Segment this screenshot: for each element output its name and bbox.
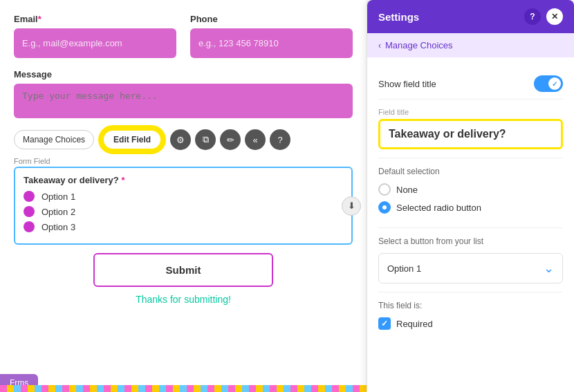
- manage-choices-button[interactable]: Manage Choices: [14, 130, 94, 149]
- show-field-title-toggle[interactable]: ✓: [534, 75, 563, 92]
- show-field-title-label: Show field title: [378, 79, 436, 89]
- field-title-box[interactable]: Takeaway or delivery?: [378, 119, 563, 149]
- toolbar-row: Manage Choices Edit Field ⚙ ⧉ ✏ « ?: [14, 125, 353, 154]
- download-icon-btn[interactable]: ⬇: [342, 196, 361, 216]
- copy-icon-btn[interactable]: ⧉: [195, 129, 216, 150]
- required-section: This field is: ✓ Required: [378, 292, 563, 338]
- message-textarea[interactable]: [14, 84, 353, 118]
- field-title-value: Takeaway or delivery?: [389, 128, 553, 140]
- none-radio-circle: [378, 183, 391, 196]
- settings-header: Settings ? ✕: [367, 0, 574, 33]
- email-input[interactable]: [14, 28, 176, 58]
- submit-button[interactable]: Submit: [93, 253, 273, 287]
- radio-dot-3: [24, 221, 35, 232]
- default-selection-section: Default selection None Selected radio bu…: [378, 158, 563, 228]
- breadcrumb-label: Manage Choices: [385, 40, 453, 50]
- field-title-section: Field title Takeaway or delivery?: [378, 100, 563, 158]
- radio-group-container: Takeaway or delivery? * Option 1 Option …: [14, 167, 353, 245]
- required-checkbox[interactable]: ✓: [378, 317, 391, 330]
- edit-field-wrapper: Edit Field: [98, 125, 166, 154]
- message-label: Message: [14, 69, 353, 80]
- bottom-bar: [0, 385, 367, 392]
- selected-radio-circle: [378, 201, 391, 214]
- radio-dot-1: [24, 191, 35, 202]
- field-title-section-label: Field title: [378, 108, 563, 116]
- default-selection-label: Default selection: [378, 167, 563, 176]
- toggle-knob: ✓: [548, 77, 561, 90]
- gear-icon-btn[interactable]: ⚙: [170, 129, 191, 150]
- radio-option-2[interactable]: Option 2: [24, 206, 343, 217]
- form-area: Email* Phone Message Manage Choices Edit…: [0, 0, 367, 392]
- pencil-icon-btn[interactable]: ✏: [220, 129, 241, 150]
- phone-label: Phone: [190, 14, 353, 24]
- edit-field-button[interactable]: Edit Field: [102, 129, 163, 151]
- show-field-title-row: Show field title ✓: [378, 68, 563, 100]
- email-group: Email*: [14, 14, 176, 58]
- radio-group-title: Takeaway or delivery? *: [24, 175, 343, 185]
- select-button-label: Select a button from your list: [378, 236, 563, 246]
- settings-body: Show field title ✓ Field title Takeaway …: [367, 57, 574, 392]
- breadcrumb-arrow-icon: ‹: [378, 41, 381, 50]
- chevron-down-icon: ⌄: [544, 261, 554, 276]
- email-label: Email*: [14, 14, 176, 24]
- question-icon-btn[interactable]: ?: [270, 129, 290, 150]
- message-group: Message: [14, 69, 353, 121]
- radio-option-1[interactable]: Option 1: [24, 191, 343, 202]
- radio-dot-2: [24, 206, 35, 217]
- select-button-section: Select a button from your list Option 1 …: [378, 228, 563, 292]
- thanks-text: Thanks for submitting!: [14, 294, 353, 305]
- this-field-is-label: This field is:: [378, 301, 563, 310]
- required-label: Required: [396, 319, 433, 329]
- phone-group: Phone: [190, 14, 353, 58]
- selected-radio-option[interactable]: Selected radio button: [378, 201, 563, 214]
- double-arrow-icon-btn[interactable]: «: [245, 129, 266, 150]
- settings-title: Settings: [378, 11, 419, 23]
- dropdown-value: Option 1: [387, 263, 421, 274]
- help-button[interactable]: ?: [524, 8, 541, 25]
- none-option[interactable]: None: [378, 183, 563, 196]
- form-row-email-phone: Email* Phone: [14, 14, 353, 58]
- required-row[interactable]: ✓ Required: [378, 317, 563, 330]
- close-button[interactable]: ✕: [546, 8, 563, 25]
- settings-panel: Settings ? ✕ ‹ Manage Choices Show field…: [367, 0, 574, 392]
- radio-option-3[interactable]: Option 3: [24, 221, 343, 232]
- form-field-label: Form Field: [14, 157, 353, 165]
- breadcrumb[interactable]: ‹ Manage Choices: [367, 33, 574, 57]
- phone-input[interactable]: [190, 28, 353, 58]
- selected-radio-label: Selected radio button: [396, 203, 481, 213]
- none-option-label: None: [396, 185, 418, 195]
- settings-header-buttons: ? ✕: [524, 8, 563, 25]
- button-dropdown[interactable]: Option 1 ⌄: [378, 253, 563, 283]
